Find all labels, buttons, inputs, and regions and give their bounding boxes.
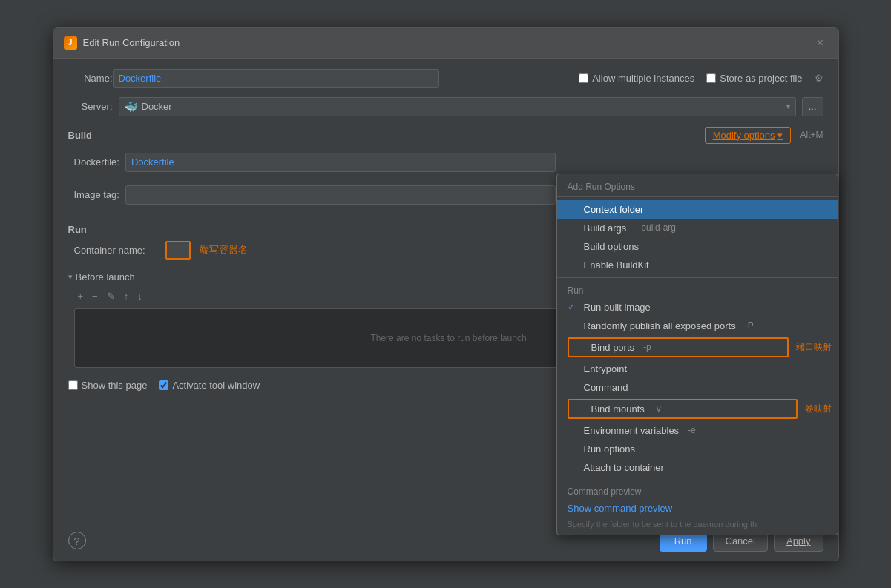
activate-tool-label[interactable]: Activate tool window <box>159 380 260 391</box>
dropdown-title: Add Run Options <box>557 174 838 197</box>
show-page-label[interactable]: Show this page <box>68 380 148 391</box>
add-run-options-dropdown: Add Run Options Context folder Build arg… <box>556 174 838 535</box>
container-name-input-wrapper <box>165 241 191 260</box>
allow-multiple-checkbox[interactable] <box>579 73 588 83</box>
dropdown-item-entrypoint[interactable]: Entrypoint <box>557 360 838 378</box>
build-section-title: Build <box>68 130 93 141</box>
store-settings-icon[interactable]: ⚙ <box>815 73 823 84</box>
bind-ports-annotation: 端口映射 <box>796 341 832 354</box>
server-more-button[interactable]: ... <box>802 97 823 116</box>
container-hint: 端写容器名 <box>200 243 248 257</box>
server-select-inner: 🐳 Docker <box>125 101 172 113</box>
build-section-header: Build Modify options ▾ Alt+M <box>68 127 823 144</box>
show-page-checkbox[interactable] <box>68 380 78 390</box>
dropdown-item-context-folder[interactable]: Context folder <box>557 200 838 219</box>
server-select[interactable]: 🐳 Docker ▾ <box>119 97 796 116</box>
dockerfile-row: Dockerfile: <box>74 153 823 172</box>
app-icon: J <box>64 36 77 50</box>
run-section-label: Run <box>557 281 838 298</box>
dropdown-item-build-args[interactable]: Build args --build-arg <box>557 219 838 237</box>
imagetag-input[interactable] <box>125 185 556 205</box>
server-label: Server: <box>68 101 113 112</box>
task-area-hint: There are no tasks to run before launch <box>370 333 526 343</box>
store-project-label[interactable]: Store as project file <box>706 73 802 84</box>
allow-multiple-label[interactable]: Allow multiple instances <box>579 73 694 84</box>
before-launch-title: Before launch <box>76 271 135 283</box>
dialog-body: Name: Allow multiple instances Store as … <box>53 59 838 521</box>
store-project-checkbox[interactable] <box>706 73 716 83</box>
dropdown-item-randomly-publish[interactable]: Randomly publish all exposed ports -P <box>557 317 838 335</box>
docker-icon: 🐳 <box>125 101 137 113</box>
divider-1 <box>557 277 838 278</box>
dropdown-item-enable-buildkit[interactable]: Enable BuildKit <box>557 256 838 274</box>
modify-shortcut: Alt+M <box>800 130 823 140</box>
remove-task-button[interactable]: − <box>88 288 102 304</box>
help-button[interactable]: ? <box>68 532 86 549</box>
title-bar-left: J Edit Run Configuration <box>64 36 180 50</box>
dropdown-item-bind-mounts[interactable]: Bind mounts -v <box>568 399 798 419</box>
dropdown-item-command[interactable]: Command <box>557 378 838 397</box>
title-bar: J Edit Run Configuration × <box>53 28 838 59</box>
container-name-label: Container name: <box>74 245 160 256</box>
dropdown-footer-hint: Specify the folder to be sent to the dae… <box>568 520 827 529</box>
container-name-input[interactable] <box>167 242 189 258</box>
dropdown-footer: Command preview Show command preview Spe… <box>557 480 838 535</box>
add-task-button[interactable]: + <box>74 288 88 304</box>
edit-task-button[interactable]: ✎ <box>103 288 119 304</box>
move-down-button[interactable]: ↓ <box>134 288 146 304</box>
name-label: Name: <box>68 73 113 84</box>
dialog-title: Edit Run Configuration <box>83 37 180 48</box>
top-right-options: Allow multiple instances Store as projec… <box>579 73 823 84</box>
collapse-icon: ▾ <box>68 272 73 282</box>
dropdown-item-build-options[interactable]: Build options <box>557 237 838 256</box>
name-row: Name: Allow multiple instances Store as … <box>68 69 823 88</box>
bind-mounts-annotation: 卷映射 <box>805 403 832 415</box>
check-mark-run-built-image: ✓ <box>568 302 578 312</box>
imagetag-label: Image tag: <box>74 189 119 200</box>
dropdown-item-bind-ports[interactable]: Bind ports -p <box>568 337 789 357</box>
server-chevron-icon: ▾ <box>786 102 790 110</box>
edit-run-config-dialog: J Edit Run Configuration × Name: Allow m… <box>53 27 839 561</box>
dropdown-item-run-options[interactable]: Run options <box>557 440 838 458</box>
close-button[interactable]: × <box>813 36 828 50</box>
activate-tool-checkbox[interactable] <box>159 380 168 390</box>
dockerfile-label: Dockerfile: <box>74 156 119 168</box>
move-up-button[interactable]: ↑ <box>120 288 133 304</box>
dropdown-item-run-built-image[interactable]: ✓ Run built image <box>557 298 838 317</box>
name-input[interactable] <box>113 69 439 88</box>
show-command-preview-item[interactable]: Show command preview <box>568 500 827 517</box>
modify-options-button[interactable]: Modify options ▾ <box>705 127 792 144</box>
dockerfile-input[interactable] <box>125 153 556 172</box>
dropdown-item-attach-container[interactable]: Attach to container <box>557 458 838 477</box>
dropdown-item-env-variables[interactable]: Environment variables -e <box>557 421 838 440</box>
server-row: Server: 🐳 Docker ▾ ... <box>68 97 823 116</box>
command-preview-section-label: Command preview <box>568 486 827 497</box>
